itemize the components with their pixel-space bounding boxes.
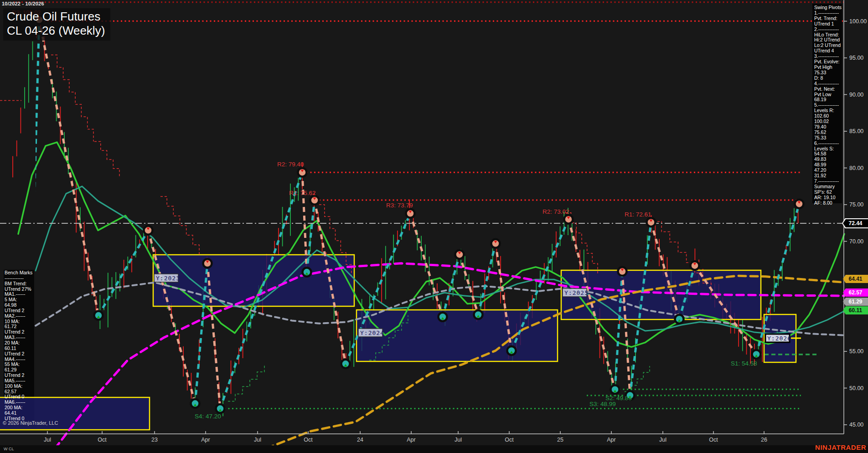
swing-zigzag-layer xyxy=(27,15,804,447)
support-pivot-label: S4: 47.20 xyxy=(195,413,221,420)
x-axis-tick-label[interactable]: 25 xyxy=(557,437,563,443)
swing-pivots-line: SP's: 62 xyxy=(814,190,842,195)
x-axis-tick-label[interactable]: Oct xyxy=(709,437,718,443)
y-axis-tick-label[interactable]: 85.00 xyxy=(849,128,863,134)
swing-low-marker[interactable] xyxy=(507,346,516,355)
chart-title-box: Crude Oil Futures CL 04-26 (Weekly) xyxy=(3,8,110,41)
swing-up-leg xyxy=(98,230,148,315)
year-box-label-text: Y:2023 xyxy=(156,275,180,282)
swing-low-marker[interactable] xyxy=(611,385,620,394)
swing-up-leg xyxy=(443,254,460,317)
swing-low-marker[interactable] xyxy=(191,399,200,408)
swing-high-marker[interactable] xyxy=(298,168,307,177)
chart-title-contract: CL 04-26 (Weekly) xyxy=(7,24,105,38)
trail-step-line xyxy=(160,196,199,254)
status-instrument-label: W CL xyxy=(4,447,14,451)
bench-marks-line: BM Trend: xyxy=(5,281,36,287)
resistance-pivot-label: R1: 72.61 xyxy=(625,211,651,218)
support-pivot-label: S1: 54.58 xyxy=(731,360,757,367)
x-axis-tick-label[interactable]: Apr xyxy=(407,437,415,443)
y-axis-tick-label[interactable]: 50.00 xyxy=(849,385,863,391)
swing-high-marker[interactable] xyxy=(491,239,500,248)
bench-marks-line: MA5.------ xyxy=(5,378,36,384)
swing-low-marker[interactable] xyxy=(752,350,761,359)
x-axis-tick-label[interactable]: Jul xyxy=(659,437,666,443)
x-axis-tick-label[interactable]: Oct xyxy=(98,437,107,443)
resistance-pivot-label: R2: 79.40 xyxy=(277,161,304,168)
swing-pivots-line: D: 8 xyxy=(814,76,842,81)
year-box-label-text: Y:2025 xyxy=(564,289,589,296)
swing-low-marker[interactable] xyxy=(439,313,447,321)
y-axis-tick-label[interactable]: 100.00 xyxy=(849,18,867,25)
ma-price-tag: 62.57 xyxy=(843,288,868,297)
chart-date-range: 10/2022 - 10/2026 xyxy=(2,1,44,6)
y-axis-tick-label[interactable]: 55.00 xyxy=(849,348,863,355)
swing-high-marker[interactable] xyxy=(310,196,319,205)
support-pivot-label: S3: 48.99 xyxy=(589,401,616,407)
last-price-tag: 72.44 xyxy=(842,218,868,228)
swing-pivots-line: 75.33 xyxy=(814,135,842,141)
swing-low-marker[interactable] xyxy=(94,311,103,320)
bench-marks-line: UTrend 2 xyxy=(5,308,36,314)
swing-high-marker[interactable] xyxy=(406,209,415,218)
ma-price-tag: 60.11 xyxy=(843,306,868,314)
x-axis-tick-label[interactable]: Jul xyxy=(254,437,261,443)
x-axis-tick-label[interactable]: Jul xyxy=(44,437,51,443)
status-bar xyxy=(0,445,868,453)
swing-high-marker[interactable] xyxy=(455,250,464,259)
bench-marks-line: 60.11 xyxy=(5,346,36,351)
price-chart-canvas[interactable]: R3: 100.02R2: 79.40R1: 75.62R3: 73.79R2:… xyxy=(0,0,868,453)
swing-pivots-line: 75.62 xyxy=(814,130,842,135)
last-price-value: 72.44 xyxy=(843,219,868,227)
swing-low-marker[interactable] xyxy=(303,268,311,277)
x-axis-tick-label[interactable]: Oct xyxy=(505,437,514,443)
x-axis-tick-label[interactable]: Apr xyxy=(201,437,210,443)
swing-low-marker[interactable] xyxy=(216,404,225,413)
swing-low-marker[interactable] xyxy=(675,315,684,324)
trail-step-line xyxy=(228,365,264,402)
y-axis-tick-label[interactable]: 90.00 xyxy=(849,92,863,98)
bench-marks-line: ------------ xyxy=(5,276,36,281)
swing-pivots-line: 4.------------- xyxy=(814,81,842,87)
ninjatrader-chart-window: R3: 100.02R2: 79.40R1: 75.62R3: 73.79R2:… xyxy=(0,0,868,453)
y-axis-tick-label[interactable]: 95.00 xyxy=(849,55,863,61)
x-axis-tick-label[interactable]: Apr xyxy=(607,437,615,443)
year-range-box[interactable] xyxy=(153,255,354,306)
swing-low-marker[interactable] xyxy=(474,310,483,319)
swing-low-marker[interactable] xyxy=(341,360,350,368)
swing-high-marker[interactable] xyxy=(564,215,573,224)
swing-pivots-line: UTrend 1 xyxy=(814,21,842,27)
swing-high-marker[interactable] xyxy=(618,267,627,276)
bench-marks-line: 64.41 xyxy=(5,411,36,416)
copyright-notice: © 2026 NinjaTrader, LLC xyxy=(3,420,58,426)
y-axis-tick-label[interactable]: 70.00 xyxy=(849,238,863,245)
x-axis-tick-label[interactable]: 23 xyxy=(151,437,158,443)
y-axis-tick-label[interactable]: 75.00 xyxy=(849,201,863,208)
swing-high-marker[interactable] xyxy=(144,226,153,235)
swing-high-marker[interactable] xyxy=(203,259,212,268)
swing-high-marker[interactable] xyxy=(795,200,804,208)
resistance-pivot-label: R1: 75.62 xyxy=(289,190,316,196)
swing-pivots-line: 2.------------- xyxy=(814,27,842,32)
ma-price-tag: 61.29 xyxy=(843,298,868,306)
resistance-pivot-label: R3: 73.79 xyxy=(386,202,413,209)
y-axis-tick-label[interactable]: 45.00 xyxy=(849,422,863,428)
swing-high-marker[interactable] xyxy=(691,261,699,270)
trail-step-line xyxy=(94,142,119,178)
x-axis-tick-label[interactable]: 26 xyxy=(761,437,767,443)
swing-pivots-line: 75.33 xyxy=(814,70,842,76)
x-axis-tick-label[interactable]: 24 xyxy=(357,437,363,443)
year-range-box[interactable] xyxy=(356,310,558,361)
ma-price-tag: 64.41 xyxy=(843,275,868,283)
y-axis-tick-label[interactable]: 80.00 xyxy=(849,165,863,171)
x-axis-tick-label[interactable]: Oct xyxy=(304,437,313,443)
x-axis-tick-label[interactable]: Jul xyxy=(455,437,462,443)
chart-title-instrument: Crude Oil Futures xyxy=(7,10,105,24)
bench-marks-line: 100 MA: xyxy=(5,384,36,389)
bench-marks-line: UTrend 2 xyxy=(5,351,36,357)
swing-pivots-line: AR: 19.10 xyxy=(814,195,842,201)
support-pivot-label: S2: 49.83 xyxy=(605,395,632,402)
swing-high-marker[interactable] xyxy=(647,218,656,226)
year-boxes-layer xyxy=(0,255,796,430)
bench-marks-panel: Bench Marks------------BM Trend:UTrend 2… xyxy=(5,270,36,422)
